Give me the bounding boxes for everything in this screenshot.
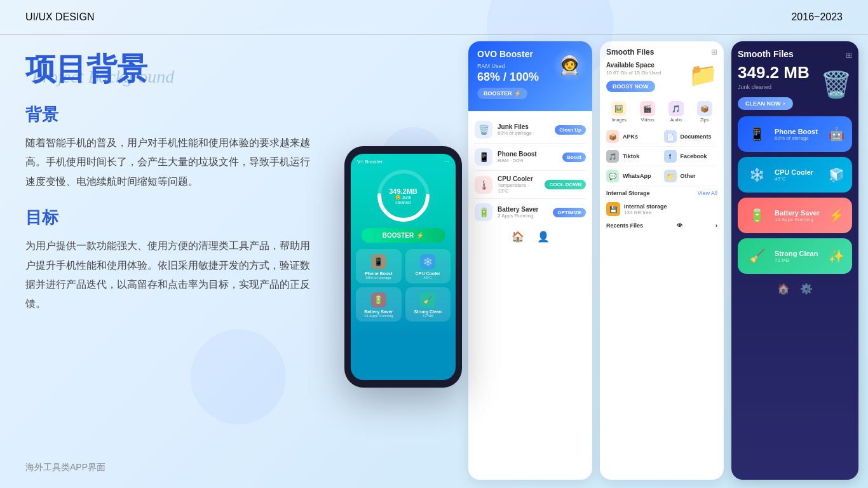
gauge-sub: 😊 Junk cleaned: [389, 195, 417, 205]
audio-label: Audio: [663, 118, 689, 122]
phone-boost-sub: 68% of storage: [360, 276, 398, 280]
right-card-phone-boost[interactable]: 📱 Phone Boost 60% of storage 🤖: [738, 116, 852, 152]
right-battery-saver-icon: 🔋: [745, 204, 768, 227]
battery-saver-detail: 2 Apps Running: [498, 213, 548, 219]
phone-grid-battery-saver[interactable]: 🔋 Battery Saver 14 Apps Running: [356, 287, 402, 322]
phone-mockup: V+ Booster ⋯ 349.2MB 😊 Junk cleaned: [344, 146, 462, 388]
ovo-item-battery-saver: 🔋 Battery Saver 2 Apps Running OPTIMIZE: [475, 199, 586, 226]
internal-storage-section: Internal Storage View All 💾 Internal sto…: [606, 190, 717, 219]
internal-storage-label: Internal Storage: [606, 190, 650, 196]
phone-boost-name: Phone Boost: [498, 151, 557, 158]
phone-boost-label: Phone Boost: [360, 271, 398, 276]
smooth-available-label: Available Space: [606, 62, 684, 69]
documents-name: Documents: [681, 133, 718, 140]
smooth-files-header: Smooth Files ⊞: [606, 48, 717, 57]
gauge-value: 349.2MB: [389, 187, 417, 195]
phone-screen: V+ Booster ⋯ 349.2MB 😊 Junk cleaned: [351, 154, 456, 380]
right-card-cpu-cooler[interactable]: ❄️ CPU Cooler 45°C 🧊: [738, 157, 852, 193]
ovo-nav: 🏠 👤: [468, 226, 592, 243]
tiktok-icon: 🎵: [606, 150, 619, 163]
battery-saver-sub: 14 Apps Running: [360, 314, 398, 318]
right-phone-boost-info: Phone Boost 60% of storage: [775, 128, 822, 141]
cpu-cooler-item-icon: 🌡️: [475, 176, 492, 194]
right-card-battery-saver[interactable]: 🔋 Battery Saver 14 Apps Running ⚡: [738, 198, 852, 233]
clean-now-button[interactable]: CLEAN NOW ›: [738, 97, 793, 110]
section1-label: 背景: [25, 104, 319, 126]
right-phone-boost-3d-icon: 🤖: [829, 126, 844, 142]
right-phone-boost-sub: 60% of storage: [775, 135, 822, 141]
clean-up-button[interactable]: Clean Up: [555, 125, 586, 135]
file-type-zips[interactable]: 📦 Zips: [691, 101, 717, 122]
right-battery-saver-info: Battery Saver 14 Apps Running: [775, 209, 822, 222]
bottom-label: 海外工具类APP界面: [25, 462, 105, 473]
documents-icon: 📄: [664, 130, 677, 143]
right-battery-saver-sub: 14 Apps Running: [775, 217, 822, 222]
recents-label: Recents Files: [606, 222, 643, 229]
section1-content: 随着智能手机的普及，用户对手机性能和使用体验的要求越来越高。手机使用时间长了，会…: [25, 133, 319, 191]
right-strong-clean-3d-icon: ✨: [829, 248, 844, 264]
internal-storage-header: Internal Storage View All: [606, 190, 717, 196]
clean-now-label: CLEAN NOW: [745, 100, 781, 107]
right-cpu-cooler-sub: 45°C: [775, 176, 822, 182]
ovo-items-list: 🗑️ Junk Files 60% of storage Clean Up 📱 …: [468, 111, 592, 226]
phone-status-bar: V+ Booster ⋯: [351, 154, 456, 167]
gauge-text: 349.2MB 😊 Junk cleaned: [389, 187, 417, 205]
smooth-files-inner: Smooth Files ⊞ Available Space 10.67 Gb …: [600, 41, 724, 480]
smooth-files-grid-icon: ⊞: [711, 48, 717, 57]
app-list-whatsapp[interactable]: 💬 WhatsApp 📁 Other: [606, 166, 717, 186]
battery-saver-icon: 🔋: [371, 292, 386, 308]
ovo-header: OVO Booster RAM Used 68% / 100% BOOSTER …: [468, 41, 592, 111]
boost-button[interactable]: Boost: [562, 152, 586, 162]
facebook-name: Facebook: [681, 153, 718, 159]
right-cpu-cooler-3d-icon: 🧊: [829, 167, 844, 182]
boost-now-button[interactable]: BOOST NOW: [606, 81, 655, 92]
phone-gauge: 349.2MB 😊 Junk cleaned: [375, 167, 432, 224]
recents-arrow-icon[interactable]: ›: [715, 222, 717, 229]
cooldown-button[interactable]: COOL DOWN: [545, 180, 586, 189]
phone-mockup-area: V+ Booster ⋯ 349.2MB 😊 Junk cleaned: [344, 35, 462, 486]
strong-clean-icon: 🧹: [420, 292, 435, 308]
cpu-cooler-label: CPU Cooler: [409, 271, 447, 276]
right-card-strong-clean[interactable]: 🧹 Strong Clean 72 MB ✨: [738, 238, 852, 274]
astronaut-icon: 🧑‍🚀: [552, 48, 587, 83]
phone-booster-button[interactable]: BOOSTER ⚡: [362, 228, 445, 243]
ovo-item-junk: 🗑️ Junk Files 60% of storage Clean Up: [475, 116, 586, 144]
file-type-audio[interactable]: 🎵 Audio: [663, 101, 689, 122]
ovo-home-icon[interactable]: 🏠: [512, 231, 524, 243]
project-title-block: 项目背景 Project Background: [25, 54, 319, 85]
cpu-cooler-sub: 45°C: [409, 276, 447, 280]
phone-feature-grid: 📱 Phone Boost 68% of storage ❄️ CPU Cool…: [351, 249, 456, 322]
right-panels: OVO Booster RAM Used 68% / 100% BOOSTER …: [462, 35, 868, 486]
right-battery-saver-title: Battery Saver: [775, 209, 822, 217]
phone-grid-phone-boost[interactable]: 📱 Phone Boost 68% of storage: [356, 249, 402, 283]
audio-icon: 🎵: [668, 101, 684, 116]
smooth-storage-detail: 10.67 Gb of 15 Gb Used: [606, 70, 684, 76]
phone-boost-info: Phone Boost RAM · 56%: [498, 151, 557, 163]
phone-title: V+ Booster: [357, 159, 383, 165]
file-type-images[interactable]: 🖼️ Images: [606, 101, 632, 122]
whatsapp-name: WhatsApp: [623, 173, 660, 179]
app-list-tiktok[interactable]: 🎵 Tiktok f Facebook: [606, 147, 717, 166]
right-cpu-cooler-icon: ❄️: [745, 163, 768, 186]
optimize-button[interactable]: OPTIMIZE: [553, 208, 586, 217]
view-all-link[interactable]: View All: [698, 190, 717, 196]
right-phone-boost-title: Phone Boost: [775, 128, 822, 135]
recents-eye-icon: 👁: [677, 222, 682, 229]
zips-label: Zips: [691, 118, 717, 122]
images-icon: 🖼️: [611, 101, 627, 116]
phone-grid-strong-clean[interactable]: 🧹 Strong Clean 72 MB: [405, 287, 451, 322]
ovo-profile-icon[interactable]: 👤: [537, 231, 550, 243]
phone-menu-icon: ⋯: [444, 159, 449, 165]
app-list-apks[interactable]: 📦 APKs 📄 Documents: [606, 127, 717, 147]
clean-now-container: CLEAN NOW ›: [738, 97, 793, 116]
battery-saver-info: Battery Saver 2 Apps Running: [498, 206, 548, 219]
ovo-boost-button[interactable]: BOOSTER ⚡: [477, 88, 527, 99]
right-strong-clean-sub: 72 MB: [775, 257, 822, 263]
recents-files-header: Recents Files 👁 ›: [606, 222, 717, 229]
right-home-icon[interactable]: 🏠: [777, 283, 790, 295]
header: UI/UX DESIGN 2016~2023: [0, 0, 868, 35]
right-gear-icon[interactable]: ⚙️: [800, 283, 813, 295]
phone-grid-cpu-cooler[interactable]: ❄️ CPU Cooler 45°C: [405, 249, 451, 283]
file-type-videos[interactable]: 🎬 Videos: [635, 101, 661, 122]
phone-booster-label: BOOSTER: [383, 232, 414, 239]
